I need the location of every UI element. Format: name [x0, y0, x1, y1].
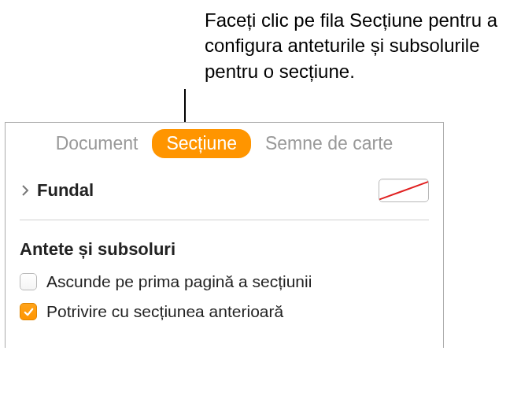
tab-document[interactable]: Document — [42, 129, 153, 158]
background-row: Fundal — [20, 174, 429, 220]
callout-leader-line — [184, 89, 186, 122]
match-previous-row: Potrivire cu secțiunea anterioară — [20, 302, 429, 321]
hide-first-page-label: Ascunde pe prima pagină a secțiunii — [46, 272, 312, 291]
background-label: Fundal — [37, 180, 94, 201]
tab-section[interactable]: Secțiune — [152, 129, 251, 158]
inspector-panel: Document Secțiune Semne de carte Fundal … — [5, 122, 444, 348]
background-color-well[interactable] — [379, 179, 429, 202]
match-previous-label: Potrivire cu secțiunea anterioară — [46, 302, 283, 321]
divider — [20, 220, 429, 220]
hide-first-page-checkbox[interactable] — [20, 273, 37, 290]
chevron-right-icon[interactable] — [20, 185, 31, 196]
match-previous-checkbox[interactable] — [20, 303, 37, 320]
content-area: Fundal Antete și subsoluri Ascunde pe pr… — [6, 163, 443, 348]
headers-footers-heading: Antete și subsoluri — [20, 239, 429, 260]
callout-text: Faceți clic pe fila Secțiune pentru a co… — [205, 8, 519, 84]
hide-first-page-row: Ascunde pe prima pagină a secțiunii — [20, 272, 429, 291]
background-left-group: Fundal — [20, 180, 94, 201]
tab-bookmarks[interactable]: Semne de carte — [251, 129, 407, 158]
tabs-row: Document Secțiune Semne de carte — [6, 123, 443, 163]
